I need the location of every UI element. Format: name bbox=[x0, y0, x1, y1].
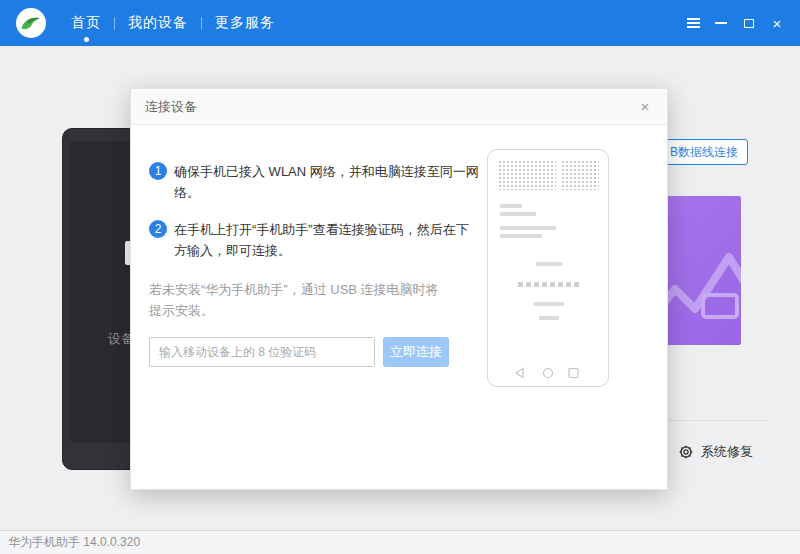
text-line-placeholder bbox=[500, 212, 536, 216]
hisuite-window: 首页 我的设备 更多服务 × bbox=[0, 0, 800, 554]
text-line-placeholder bbox=[500, 226, 556, 230]
dialog-close-button[interactable]: × bbox=[635, 97, 655, 117]
hamburger-icon bbox=[687, 16, 700, 31]
text-line-placeholder bbox=[536, 262, 562, 266]
gear-icon bbox=[678, 444, 694, 460]
usb-cable-connect-button[interactable]: B数据线连接 bbox=[660, 139, 748, 165]
connect-device-dialog: 连接设备 × 1 确保手机已接入 WLAN 网络，并和电脑连接至同一网络。 2 … bbox=[130, 88, 668, 490]
statusbar-version-text: 华为手机助手 14.0.0.320 bbox=[8, 534, 140, 551]
step-2: 2 在手机上打开“手机助手”查看连接验证码，然后在下方输入，即可连接。 bbox=[149, 219, 479, 261]
connect-now-button[interactable]: 立即连接 bbox=[383, 337, 449, 367]
recents-square-icon bbox=[569, 369, 578, 378]
app-logo-icon bbox=[16, 8, 46, 38]
nav-item-my-devices[interactable]: 我的设备 bbox=[115, 0, 201, 46]
nav-item-more-services[interactable]: 更多服务 bbox=[202, 0, 288, 46]
step-1: 1 确保手机已接入 WLAN 网络，并和电脑连接至同一网络。 bbox=[149, 161, 479, 203]
step-1-text: 确保手机已接入 WLAN 网络，并和电脑连接至同一网络。 bbox=[174, 161, 479, 203]
active-indicator-dot bbox=[84, 37, 89, 42]
dialog-title: 连接设备 bbox=[145, 98, 197, 116]
verification-code-input[interactable] bbox=[149, 337, 375, 367]
install-hint-text: 若未安装“华为手机助手”，通过 USB 连接电脑时将提示安装。 bbox=[149, 279, 449, 321]
maximize-button[interactable] bbox=[740, 14, 758, 32]
verification-code-row: 立即连接 bbox=[149, 337, 449, 367]
dialog-header: 连接设备 × bbox=[131, 89, 667, 125]
step-2-number: 2 bbox=[149, 220, 167, 238]
maximize-icon bbox=[744, 19, 754, 28]
menu-icon[interactable] bbox=[684, 14, 702, 32]
android-nav-icons bbox=[488, 367, 608, 379]
code-digit-placeholders bbox=[488, 282, 608, 287]
close-icon: × bbox=[773, 16, 782, 31]
system-repair-label: 系统修复 bbox=[701, 443, 753, 461]
home-circle-icon bbox=[544, 369, 553, 378]
back-triangle-icon bbox=[516, 369, 523, 378]
usb-cable-connect-label: B数据线连接 bbox=[670, 145, 738, 159]
step-1-number: 1 bbox=[149, 162, 167, 180]
nav-item-my-devices-label: 我的设备 bbox=[128, 14, 188, 32]
minimize-button[interactable] bbox=[712, 14, 730, 32]
nav-item-more-services-label: 更多服务 bbox=[215, 14, 275, 32]
qr-pattern-left bbox=[498, 160, 556, 190]
qr-pattern-right bbox=[561, 160, 599, 190]
nav-item-home[interactable]: 首页 bbox=[58, 0, 114, 46]
main-nav: 首页 我的设备 更多服务 bbox=[58, 0, 288, 46]
text-line-placeholder bbox=[500, 234, 542, 238]
step-2-text: 在手机上打开“手机助手”查看连接验证码，然后在下方输入，即可连接。 bbox=[174, 219, 479, 261]
titlebar: 首页 我的设备 更多服务 × bbox=[0, 0, 800, 46]
statusbar: 华为手机助手 14.0.0.320 bbox=[0, 530, 800, 554]
text-line-placeholder bbox=[539, 316, 559, 320]
phone-illustration bbox=[487, 149, 609, 387]
window-controls: × bbox=[684, 14, 800, 32]
text-line-placeholder bbox=[534, 302, 564, 306]
system-repair-button[interactable]: 系统修复 bbox=[678, 443, 753, 461]
close-window-button[interactable]: × bbox=[768, 14, 786, 32]
minimize-icon bbox=[715, 22, 727, 24]
nav-item-home-label: 首页 bbox=[71, 14, 101, 32]
text-line-placeholder bbox=[500, 204, 522, 208]
close-icon: × bbox=[641, 98, 650, 115]
